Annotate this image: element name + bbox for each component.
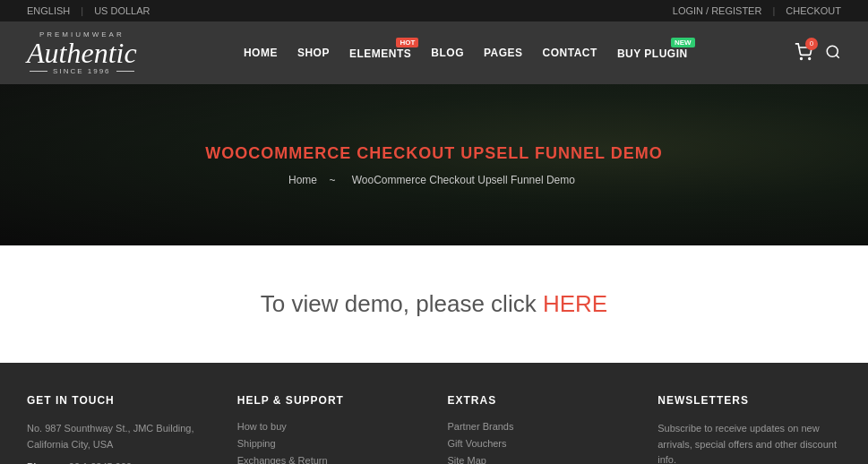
currency-selector[interactable]: US DOLLAR [94,5,150,16]
nav-elements-wrapper: ELEMENTS Hot [349,47,411,60]
elements-badge: Hot [396,38,418,47]
header: PREMIUMWEAR Authentic SINCE 1996 HOME SH… [0,21,868,84]
logo-authentic: Authentic [27,39,137,67]
checkout-link[interactable]: CHECKOUT [786,5,841,16]
main-content: To view demo, please click HERE [0,245,868,363]
search-icon [825,44,841,60]
logo[interactable]: PREMIUMWEAR Authentic SINCE 1996 [27,30,137,75]
nav-blog[interactable]: BLOG [431,47,464,59]
footer-newsletter-title: NEWSLETTERS [657,394,841,407]
nav-buyplugin[interactable]: BUY PLUGIN [617,47,688,60]
breadcrumb-current: WooCommerce Checkout Upsell Funnel Demo [352,174,575,186]
svg-point-0 [801,57,803,59]
nav-home[interactable]: HOME [244,47,278,59]
hero-title: WOOCOMMERCE CHECKOUT UPSELL FUNNEL DEMO [205,144,662,163]
footer-partner-brands[interactable]: Partner Brands [448,421,632,432]
main-nav: HOME SHOP ELEMENTS Hot BLOG PAGES CONTAC… [244,47,688,60]
footer-help-title: HELP & SUPPORT [237,394,421,407]
nav-contact[interactable]: CONTACT [543,47,597,59]
footer-grid: GET IN TOUCH No. 987 Sounthway St., JMC … [27,394,841,464]
footer-sitemap[interactable]: Site Map [448,455,632,464]
breadcrumb-separator: ~ [324,174,342,186]
top-bar: ENGLISH | US DOLLAR LOGIN / REGISTER | C… [0,0,868,21]
footer-gift-vouchers[interactable]: Gift Vouchers [448,438,632,449]
cart-count: 0 [805,38,818,50]
demo-text-static: To view demo, please click [261,290,543,317]
svg-point-1 [809,57,811,59]
footer: GET IN TOUCH No. 987 Sounthway St., JMC … [0,363,868,464]
svg-point-2 [827,46,838,56]
buyplugin-badge: New [671,38,695,47]
top-bar-left: ENGLISH | US DOLLAR [27,5,150,16]
hero-section: WOOCOMMERCE CHECKOUT UPSELL FUNNEL DEMO … [0,84,868,245]
nav-shop[interactable]: SHOP [297,47,330,59]
footer-exchanges[interactable]: Exchanges & Return [237,455,421,464]
cart-button[interactable]: 0 [795,43,812,64]
divider2: | [772,5,775,16]
top-bar-right: LOGIN / REGISTER | CHECKOUT [673,5,841,16]
hero-content: WOOCOMMERCE CHECKOUT UPSELL FUNNEL DEMO … [205,144,662,186]
nav-elements[interactable]: ELEMENTS [349,47,411,60]
logo-since: SINCE 1996 [30,67,133,75]
footer-phone: Phone: +00 1 2345 999 [27,460,211,464]
language-selector[interactable]: ENGLISH [27,5,70,16]
nav-buyplugin-wrapper: BUY PLUGIN New [617,47,688,60]
login-register-link[interactable]: LOGIN / REGISTER [673,5,762,16]
footer-contact-title: GET IN TOUCH [27,394,211,407]
footer-newsletter: NEWSLETTERS Subscribe to receive updates… [657,394,841,464]
nav-icons: 0 [795,43,841,64]
footer-shipping[interactable]: Shipping [237,438,421,449]
demo-paragraph: To view demo, please click HERE [261,290,607,318]
divider1: | [81,5,83,16]
newsletter-description: Subscribe to receive updates on new arri… [657,421,841,464]
search-button[interactable] [825,44,841,63]
footer-address: No. 987 Sounthway St., JMC Building, Cal… [27,421,211,452]
footer-contact: GET IN TOUCH No. 987 Sounthway St., JMC … [27,394,211,464]
breadcrumb: Home ~ WooCommerce Checkout Upsell Funne… [205,174,662,186]
footer-how-to-buy[interactable]: How to buy [237,421,421,432]
footer-extras-title: EXTRAS [448,394,632,407]
nav-pages[interactable]: PAGES [484,47,523,59]
breadcrumb-home[interactable]: Home [288,174,317,186]
demo-here-link[interactable]: HERE [543,290,607,317]
footer-extras: EXTRAS Partner Brands Gift Vouchers Site… [448,394,632,464]
footer-help: HELP & SUPPORT How to buy Shipping Excha… [237,394,421,464]
